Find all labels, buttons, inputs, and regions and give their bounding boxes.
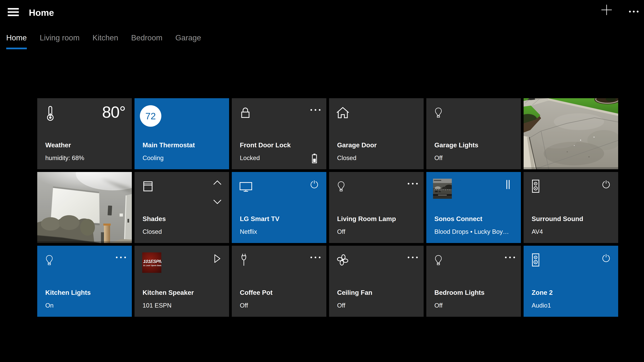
tile-sonos-connect[interactable]: Sonos Connect Blood Drops • Lucky Boy… [426, 172, 521, 243]
tile-status: AV4 [532, 228, 543, 235]
plug-icon [240, 253, 248, 268]
tile-ellipsis-icon[interactable] [310, 256, 321, 258]
thermostat-setpoint-badge: 72 [140, 105, 161, 127]
tile-title: Weather [45, 141, 71, 149]
garage-door-icon [336, 106, 350, 119]
station-art-subtitle: St. Louis' Sports Station [143, 265, 161, 267]
tv-icon [239, 181, 252, 192]
tile-status: On [45, 302, 54, 309]
lightbulb-icon [337, 180, 346, 193]
tile-title: Front Door Lock [240, 141, 291, 149]
tile-title: Ceiling Fan [337, 289, 372, 296]
tile-status: Closed [142, 228, 162, 235]
living-room-camera-feed [37, 172, 132, 243]
tile-coffee-pot[interactable]: Coffee Pot Off [232, 246, 326, 317]
lightbulb-icon [434, 253, 443, 267]
tile-ellipsis-icon[interactable] [408, 183, 418, 185]
tab-kitchen[interactable]: Kitchen [92, 33, 118, 49]
lock-icon [239, 107, 252, 119]
tile-title: Coffee Pot [240, 289, 272, 296]
tile-title: Kitchen Lights [45, 289, 91, 296]
tile-ellipsis-icon[interactable] [310, 109, 321, 111]
tile-lg-smart-tv[interactable]: LG Smart TV Netflix [232, 172, 326, 243]
tile-title: Bedroom Lights [434, 289, 484, 296]
tile-title: Garage Lights [434, 141, 478, 149]
power-icon[interactable] [310, 179, 319, 189]
tab-bedroom[interactable]: Bedroom [131, 33, 162, 49]
tile-ellipsis-icon[interactable] [116, 256, 126, 258]
speaker-icon [531, 253, 540, 267]
tile-bedroom-lights[interactable]: Bedroom Lights Off [426, 246, 521, 317]
tile-zone-2[interactable]: Zone 2 Audio1 [524, 246, 618, 317]
lightbulb-icon [434, 106, 443, 119]
tile-status: Off [337, 302, 345, 309]
tile-title: Kitchen Speaker [142, 289, 194, 296]
tile-living-room-lamp[interactable]: Living Room Lamp Off [329, 172, 424, 243]
thermometer-icon [46, 106, 55, 121]
outdoor-temperature: 80° [102, 103, 126, 121]
tab-garage[interactable]: Garage [176, 33, 201, 49]
tile-title: Surround Sound [532, 215, 583, 223]
tile-title: Zone 2 [532, 289, 553, 296]
tile-status: Off [434, 302, 442, 309]
tile-garage-door[interactable]: Garage Door Closed [329, 98, 424, 169]
tile-title: Garage Door [337, 141, 377, 149]
tile-status: Cooling [142, 155, 164, 162]
tile-title: LG Smart TV [240, 215, 280, 223]
tile-status: Off [240, 302, 248, 309]
tile-status: Locked [240, 155, 260, 162]
room-tabs: Home Living room Kitchen Bedroom Garage [6, 33, 201, 49]
tile-ceiling-fan[interactable]: Ceiling Fan Off [329, 246, 424, 317]
lightbulb-icon [45, 253, 54, 267]
battery-icon [311, 153, 318, 164]
album-art [433, 179, 452, 199]
power-icon[interactable] [602, 253, 611, 263]
tab-living-room[interactable]: Living room [40, 33, 80, 49]
play-icon[interactable] [214, 254, 221, 264]
tile-living-room-camera[interactable] [37, 172, 132, 243]
tile-title: Main Thermostat [142, 141, 195, 149]
tile-garage-lights[interactable]: Garage Lights Off [426, 98, 521, 169]
station-art: 101ESPN St. Louis' Sports Station [142, 252, 161, 273]
page-title: Home [29, 7, 54, 18]
tile-status: Blood Drops • Lucky Boy… [434, 228, 509, 235]
tile-title: Shades [142, 215, 166, 223]
tile-front-door-lock[interactable]: Front Door Lock Locked [232, 98, 326, 169]
tab-home[interactable]: Home [6, 33, 27, 49]
fan-icon [336, 254, 349, 266]
tile-status: humidity: 68% [45, 155, 84, 162]
power-icon[interactable] [602, 179, 611, 189]
speaker-icon [531, 179, 540, 193]
tile-title: Sonos Connect [434, 215, 482, 223]
tile-title: Living Room Lamp [337, 215, 396, 223]
station-art-title: 101ESPN [143, 259, 161, 264]
tile-surround-sound[interactable]: Surround Sound AV4 [524, 172, 618, 243]
ellipsis-icon[interactable] [629, 10, 639, 13]
tile-status: Closed [337, 155, 356, 162]
pause-icon[interactable] [506, 179, 510, 190]
tile-status: 101 ESPN [142, 302, 172, 309]
tile-weather[interactable]: 80° Weather humidity: 68% [37, 98, 132, 169]
shade-up-chevron-icon[interactable] [213, 180, 222, 185]
tile-main-thermostat[interactable]: 72 Main Thermostat Cooling [134, 98, 229, 169]
shade-down-chevron-icon[interactable] [213, 199, 222, 205]
tile-shades[interactable]: Shades Closed [134, 172, 229, 243]
app-header: Home [0, 0, 644, 23]
device-tile-grid: 80° Weather humidity: 68% 72 Main Thermo… [37, 98, 618, 317]
window-shade-icon [142, 181, 154, 192]
tile-ellipsis-icon[interactable] [408, 256, 418, 258]
tile-kitchen-lights[interactable]: Kitchen Lights On [37, 246, 132, 317]
driveway-camera-feed [524, 98, 618, 169]
tile-status: Off [337, 228, 345, 235]
tile-status: Audio1 [532, 302, 551, 309]
tile-status: Off [434, 155, 442, 162]
hamburger-menu-icon[interactable] [8, 8, 19, 16]
tile-kitchen-speaker[interactable]: 101ESPN St. Louis' Sports Station Kitche… [134, 246, 229, 317]
tile-status: Netflix [240, 228, 257, 235]
tile-driveway-camera[interactable] [524, 98, 618, 169]
plus-icon[interactable] [602, 5, 612, 15]
tile-ellipsis-icon[interactable] [505, 256, 515, 258]
